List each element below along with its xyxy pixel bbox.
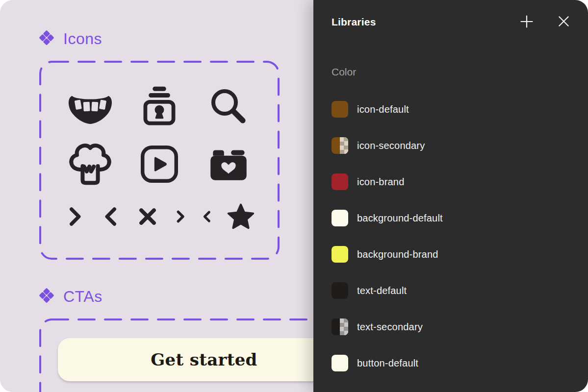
design-tool-window: Icons: [0, 0, 588, 392]
component-diamond-icon: [38, 287, 55, 306]
plus-icon: [519, 14, 534, 30]
color-style-row[interactable]: background-default: [332, 210, 578, 226]
color-swatch[interactable]: [332, 246, 348, 263]
close-panel-button[interactable]: [555, 14, 572, 30]
add-library-button[interactable]: [518, 14, 535, 30]
color-swatch[interactable]: [332, 355, 348, 371]
panel-title: Libraries: [332, 16, 518, 28]
color-swatch[interactable]: [332, 282, 348, 299]
play-icon[interactable]: [130, 141, 189, 187]
color-swatch[interactable]: [332, 137, 348, 154]
color-style-row[interactable]: icon-brand: [332, 173, 578, 190]
color-swatch[interactable]: [332, 210, 348, 226]
icon-row: [61, 193, 258, 240]
color-style-row[interactable]: icon-default: [332, 101, 578, 118]
color-style-row[interactable]: button-default: [332, 355, 578, 371]
color-style-row[interactable]: text-secondary: [332, 318, 578, 335]
beehive-icon[interactable]: [130, 82, 189, 130]
color-style-list: icon-default icon-secondary icon-brand b…: [332, 101, 578, 371]
mouth-teeth-icon[interactable]: [61, 81, 120, 132]
color-style-name: icon-brand: [357, 176, 405, 188]
color-style-name: button-default: [357, 358, 418, 369]
icon-row: [61, 77, 258, 135]
color-swatch[interactable]: [332, 173, 348, 190]
chef-hat-icon[interactable]: [61, 139, 120, 190]
star-icon[interactable]: [226, 201, 256, 232]
color-section-header: Color: [332, 66, 356, 78]
get-started-label: Get started: [151, 350, 257, 369]
color-style-name: icon-default: [357, 104, 409, 115]
color-swatch[interactable]: [332, 318, 348, 335]
color-swatch[interactable]: [332, 101, 348, 118]
section-header-icons[interactable]: Icons: [38, 29, 102, 48]
color-style-row[interactable]: icon-secondary: [332, 137, 578, 154]
color-style-row[interactable]: background-brand: [332, 246, 578, 263]
color-style-name: background-brand: [357, 249, 438, 260]
search-icon[interactable]: [199, 83, 258, 130]
icon-row: [61, 135, 258, 193]
chevron-left-large-icon[interactable]: [99, 204, 123, 229]
color-style-name: icon-secondary: [357, 140, 425, 151]
close-x-icon[interactable]: [134, 203, 161, 230]
close-icon: [557, 14, 571, 30]
chevron-right-small-icon[interactable]: [173, 209, 188, 224]
libraries-panel-header: Libraries: [313, 0, 588, 44]
section-title: Icons: [63, 30, 102, 48]
get-started-button[interactable]: Get started: [58, 338, 350, 381]
chevron-right-large-icon[interactable]: [63, 204, 87, 229]
chevron-left-small-icon[interactable]: [200, 209, 214, 224]
section-header-ctas[interactable]: CTAs: [38, 287, 102, 306]
color-style-name: text-default: [357, 285, 407, 296]
component-diamond-icon: [38, 29, 55, 48]
color-style-row[interactable]: text-default: [332, 282, 578, 299]
libraries-panel: Libraries Color icon-defau: [313, 0, 588, 392]
folder-heart-icon[interactable]: [199, 140, 258, 188]
section-title: CTAs: [63, 288, 102, 306]
icons-grid: [39, 61, 280, 260]
color-style-name: text-secondary: [357, 321, 423, 333]
color-style-name: background-default: [357, 213, 443, 224]
